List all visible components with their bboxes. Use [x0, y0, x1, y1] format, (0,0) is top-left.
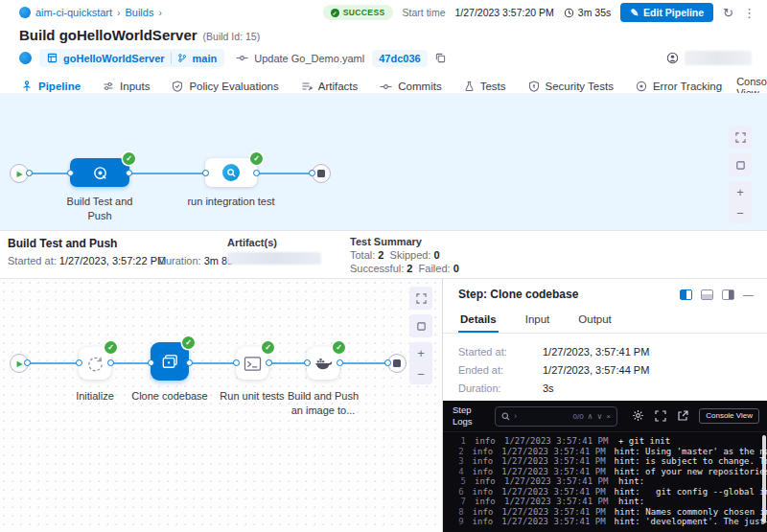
repo-branch-chip[interactable]: goHelloWorldServer main	[39, 49, 224, 67]
tab-label: Pipeline	[38, 81, 81, 92]
tab-label: Error Tracking	[653, 81, 722, 92]
console-scrollbar[interactable]	[762, 435, 766, 523]
title-row: Build goHelloWorldServer (Build Id: 15)	[0, 25, 767, 43]
tab-details[interactable]: Details	[458, 307, 499, 333]
repository-icon	[47, 53, 58, 63]
edge-dot	[148, 359, 154, 366]
edge-dot	[304, 359, 311, 366]
success-check-icon: ✓	[262, 341, 274, 354]
page-title: Build goHelloWorldServer	[19, 27, 198, 43]
layout-right-icon[interactable]	[722, 289, 734, 300]
search-prev-icon[interactable]: ∧	[588, 412, 593, 421]
stage-node-build-test-and-push[interactable]: ✓	[70, 158, 129, 187]
tab-label: Security Tests	[546, 81, 614, 92]
fullscreen-icon[interactable]	[729, 126, 752, 149]
detail-row: Started at: 1/27/2023, 3:57:41 PM	[458, 343, 752, 361]
step-node-build-and-push[interactable]: ✓	[307, 347, 339, 380]
detail-label: Ended at:	[458, 361, 543, 380]
edge-dot	[126, 170, 132, 176]
log-line: 5info1/27/2023 3:57:41 PMhint:	[456, 476, 767, 487]
edge-dot	[76, 359, 82, 366]
console-view-button[interactable]: Console View	[699, 408, 759, 424]
chevron-right-icon: ›	[117, 8, 120, 18]
stage-label: run integration test	[187, 195, 275, 209]
search-next-icon[interactable]: ∨	[596, 412, 602, 421]
commits-icon	[380, 82, 392, 91]
edge-dot	[107, 359, 114, 366]
console-title: Step Logs	[453, 405, 487, 428]
edge	[111, 362, 152, 364]
artifact-link-redacted[interactable]	[227, 252, 321, 265]
chevron-right-icon: ›	[158, 8, 161, 18]
play-icon: ▶	[16, 170, 22, 178]
log-lines[interactable]: 1info1/27/2023 3:57:41 PM+ git init 2inf…	[443, 432, 767, 527]
ci-stage-icon	[92, 165, 108, 181]
total-label: Total:	[350, 249, 375, 261]
success-check-icon: ✓	[333, 341, 345, 354]
pipeline-icon	[21, 81, 33, 92]
minimize-icon[interactable]: —	[743, 289, 754, 300]
tests-icon	[464, 81, 475, 92]
execution-area: ▶ ✓ ✓ ✓	[0, 279, 767, 532]
commit-message-text: Update Go_Demo.yaml	[254, 53, 364, 64]
open-in-new-icon[interactable]	[677, 410, 688, 422]
zoom-in-button[interactable]: +	[729, 181, 752, 202]
total-value: 2	[378, 249, 384, 261]
edge-dot	[337, 359, 343, 366]
zoom-out-button[interactable]: −	[409, 363, 432, 384]
zoom-out-button[interactable]: −	[729, 202, 752, 223]
inputs-icon	[103, 81, 114, 92]
step-panel-title: Step: Clone codebase	[458, 288, 578, 301]
layout-split-left-icon[interactable]	[680, 289, 692, 300]
settings-gear-icon[interactable]	[632, 409, 644, 422]
zoom-in-button[interactable]: +	[409, 342, 432, 363]
fit-to-screen-icon[interactable]	[409, 314, 432, 337]
console-header: Step Logs › 0/0 ∧ ∨ ×	[443, 401, 767, 432]
step-node-run-unit-tests[interactable]: ✓	[236, 347, 268, 380]
started-at-label: Started at:	[8, 255, 57, 266]
step-node-initialize[interactable]: ✓	[79, 347, 111, 380]
build-meta-row: goHelloWorldServer main Update Go_Demo.y…	[0, 43, 767, 74]
harness-logo-icon	[19, 7, 31, 18]
build-id: (Build Id: 15)	[203, 31, 261, 42]
user-icon	[666, 52, 679, 64]
kebab-menu-icon[interactable]: ⋮	[743, 6, 755, 20]
edge	[189, 362, 238, 364]
edge	[268, 362, 309, 364]
log-console: Step Logs › 0/0 ∧ ∨ ×	[443, 401, 767, 532]
check-icon: ✓	[331, 9, 339, 17]
policy-evaluations-icon	[172, 81, 183, 92]
search-result-count: 0/0	[572, 412, 583, 421]
commit-hash-chip[interactable]: 47dc036	[372, 50, 427, 67]
tab-output[interactable]: Output	[576, 307, 614, 333]
stage-graph-canvas[interactable]: ▶ ✓ ✓ Build Test and Push run integratio…	[0, 93, 767, 230]
successful-value: 2	[407, 263, 412, 274]
edge-dot	[253, 170, 260, 176]
failed-label: Failed:	[419, 263, 451, 274]
status-text: SUCCESS	[343, 8, 385, 17]
edit-pipeline-label: Edit Pipeline	[643, 7, 704, 18]
log-search-input[interactable]: › 0/0 ∧ ∨ ×	[495, 406, 617, 427]
stop-icon	[393, 359, 401, 367]
layout-bottom-icon[interactable]	[701, 289, 713, 300]
edge-dot	[67, 170, 74, 176]
refresh-icon[interactable]: ↻	[723, 6, 733, 20]
step-panel-tabs: Details Input Output	[443, 307, 767, 334]
breadcrumb-builds[interactable]: Builds	[125, 7, 153, 18]
fullscreen-icon[interactable]	[409, 287, 432, 310]
branch-name: main	[193, 53, 218, 64]
detail-label: Started at:	[458, 343, 543, 361]
start-time-label: Start time	[403, 7, 446, 18]
search-close-icon[interactable]: ×	[606, 412, 611, 421]
tab-input[interactable]: Input	[523, 307, 552, 333]
git-branch-icon	[177, 53, 187, 63]
breadcrumb-project[interactable]: aim-ci-quickstart	[35, 7, 112, 18]
copy-icon[interactable]	[435, 53, 446, 63]
play-icon: ▶	[16, 359, 22, 368]
fit-to-screen-icon[interactable]	[729, 153, 752, 176]
edit-pipeline-button[interactable]: ✎ Edit Pipeline	[620, 3, 713, 22]
step-graph-canvas[interactable]: ▶ ✓ ✓ ✓	[0, 279, 443, 532]
stage-node-run-integration-test[interactable]: ✓	[205, 158, 257, 187]
fullscreen-icon[interactable]	[655, 410, 666, 422]
step-node-clone-codebase[interactable]: ✓	[151, 342, 189, 381]
